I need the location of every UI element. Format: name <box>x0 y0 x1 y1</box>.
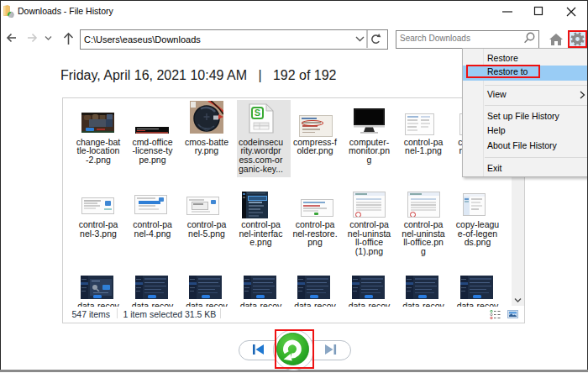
svg-text:S: S <box>255 108 260 118</box>
